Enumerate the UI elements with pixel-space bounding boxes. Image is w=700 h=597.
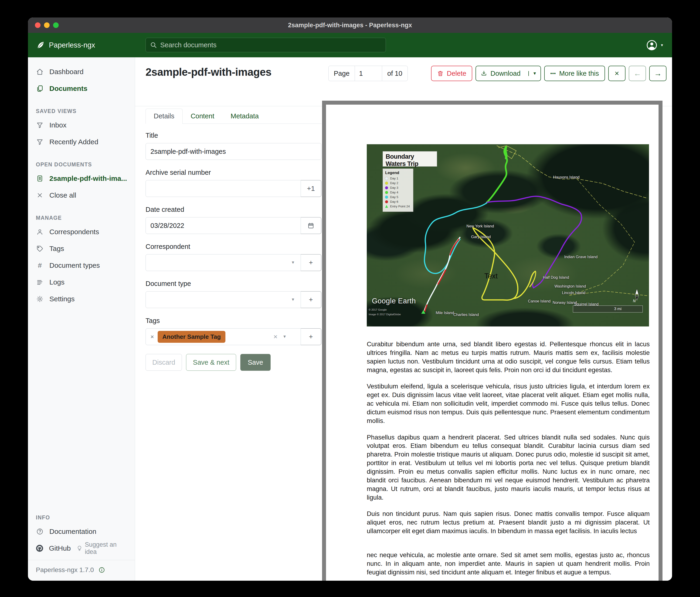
map-credit-line: © 2017 Google — [369, 307, 401, 312]
island-label: Washington Island — [554, 284, 586, 288]
suggest-idea-label: Suggest an idea — [85, 541, 128, 555]
trash-icon — [437, 70, 444, 77]
asn-group: +1 — [146, 180, 321, 197]
asn-plus-one-button[interactable]: +1 — [300, 180, 321, 197]
suggest-idea-link[interactable]: Suggest an idea — [76, 541, 135, 555]
tag-pill[interactable]: Another Sample Tag — [158, 331, 225, 343]
previous-document-button[interactable]: ← — [629, 66, 646, 81]
sidebar-section-open-documents: OPEN DOCUMENTS — [28, 162, 135, 168]
save-button[interactable]: Save — [240, 354, 271, 371]
app-brand[interactable]: Paperless-ngx — [36, 33, 95, 57]
tab-details[interactable]: Details — [146, 109, 182, 124]
sidebar-item-label: Correspondents — [49, 228, 99, 236]
arrow-left-icon: ← — [634, 69, 641, 78]
discard-button[interactable]: Discard — [146, 354, 182, 371]
compass-icon: N — [631, 288, 643, 303]
calendar-icon — [307, 222, 315, 229]
info-icon[interactable] — [99, 567, 105, 573]
sidebar-item-tags[interactable]: Tags — [28, 240, 135, 257]
caret-down-icon: ▼ — [283, 334, 287, 339]
sidebar-item-label: Tags — [49, 245, 64, 253]
document-type-select[interactable]: ▼ — [146, 291, 301, 308]
sidebar-item-open-document[interactable]: 2sample-pdf-with-ima... — [28, 170, 135, 187]
document-type-label: Document type — [146, 280, 321, 288]
download-options-button[interactable]: ▼ — [528, 71, 541, 76]
add-correspondent-button[interactable]: + — [300, 254, 321, 271]
more-like-this-button[interactable]: ••• More like this — [544, 66, 605, 81]
question-circle-icon — [36, 528, 44, 535]
screenshot-stage: 2sample-pdf-with-images - Paperless-ngx … — [0, 0, 700, 597]
correspondent-label: Correspondent — [146, 243, 321, 250]
search-input[interactable] — [160, 41, 381, 49]
page-number-input[interactable] — [355, 66, 382, 81]
sidebar-item-label: Logs — [49, 278, 65, 286]
add-document-type-button[interactable]: + — [300, 291, 321, 308]
legend-item: Day 1 — [385, 176, 411, 180]
pdf-preview[interactable]: Boundary Waters Trip Six days in BWCA Le… — [322, 101, 662, 581]
document-paragraph: Vestibulum eleifend, ligula a scelerisqu… — [367, 382, 650, 425]
sidebar-item-dashboard[interactable]: Dashboard — [28, 63, 135, 80]
gear-icon — [36, 295, 44, 303]
sidebar-item-label: Close all — [49, 191, 76, 199]
add-tag-button[interactable]: + — [300, 328, 321, 345]
close-icon: × — [615, 69, 619, 78]
download-button[interactable]: Download ▼ — [476, 66, 541, 81]
delete-button[interactable]: Delete — [431, 66, 473, 81]
sidebar-section-manage: MANAGE — [28, 215, 135, 221]
sidebar-item-close-all[interactable]: Close all — [28, 187, 135, 204]
sidebar-item-inbox[interactable]: Inbox — [28, 117, 135, 134]
island-label: Lincoln Island — [562, 291, 585, 295]
sidebar-item-github[interactable]: GitHub Suggest an idea — [28, 540, 135, 557]
filter-icon — [36, 138, 44, 145]
sidebar-item-label: Inbox — [49, 121, 66, 129]
legend-item: Day 5 — [385, 195, 411, 199]
map-image: Boundary Waters Trip Six days in BWCA Le… — [367, 144, 649, 327]
map-scale-bar: 3 mi — [573, 306, 643, 312]
map-title: Boundary Waters Trip — [385, 153, 434, 168]
sidebar-item-documentation[interactable]: Documentation — [28, 523, 135, 540]
remove-tag-icon[interactable]: × — [150, 333, 154, 340]
date-picker-button[interactable] — [300, 217, 321, 234]
clear-tags-icon[interactable]: × — [273, 333, 278, 341]
date-created-label: Date created — [146, 206, 321, 213]
lightbulb-icon — [76, 545, 83, 552]
arrow-right-icon: → — [654, 69, 662, 78]
map-credit-line: Image © 2017 DigitalGlobe — [369, 312, 401, 317]
map-legend: Legend Day 1 Day 2 Day 3 Day 4 Day 5 Day… — [383, 168, 413, 212]
sidebar-item-correspondents[interactable]: Correspondents — [28, 223, 135, 240]
app-window: 2sample-pdf-with-images - Paperless-ngx … — [28, 18, 672, 581]
tab-content[interactable]: Content — [182, 109, 223, 123]
date-created-value: 03/28/2022 — [150, 222, 184, 230]
legend-item: Day 2 — [385, 181, 411, 185]
title-field-label: Title — [146, 132, 321, 139]
document-text: Curabitur bibendum ante urna, sed blandi… — [367, 340, 650, 581]
map-title-box: Boundary Waters Trip Six days in BWCA — [383, 151, 437, 167]
map-credits: © 2017 Google Image © 2017 DigitalGlobe — [369, 307, 401, 317]
sidebar-item-label: 2sample-pdf-with-ima... — [49, 174, 127, 183]
save-next-button[interactable]: Save & next — [186, 354, 236, 371]
next-document-button[interactable]: → — [649, 66, 667, 81]
user-menu[interactable]: ▼ — [646, 33, 664, 57]
close-document-button[interactable]: × — [608, 66, 625, 81]
title-field[interactable] — [146, 143, 321, 160]
sidebar-item-document-types[interactable]: # Document types — [28, 257, 135, 274]
page-title: 2sample-pdf-with-images — [146, 66, 272, 78]
correspondent-select[interactable]: ▼ — [146, 254, 301, 271]
sidebar-item-recently-added[interactable]: Recently Added — [28, 134, 135, 150]
legend-item: Day 6 — [385, 200, 411, 204]
asn-field-label: Archive serial number — [146, 169, 321, 176]
date-created-field[interactable]: 03/28/2022 — [146, 217, 301, 234]
sidebar-item-logs[interactable]: Logs — [28, 274, 135, 291]
sidebar-item-settings[interactable]: Settings — [28, 291, 135, 307]
global-search[interactable] — [146, 38, 386, 52]
search-icon — [150, 42, 157, 48]
app-navbar: Paperless-ngx ▼ — [28, 33, 672, 57]
legend-swatch — [385, 205, 388, 208]
island-label: Norway Island — [553, 301, 577, 305]
asn-field[interactable] — [146, 180, 301, 197]
tab-metadata[interactable]: Metadata — [222, 109, 267, 123]
sidebar-item-documents[interactable]: Documents — [28, 80, 135, 97]
legend-swatch — [385, 182, 388, 185]
tags-select[interactable]: × Another Sample Tag × ▼ — [146, 328, 301, 345]
sidebar-bottom: INFO Documentation GitHub Suggest an ide… — [28, 503, 135, 581]
